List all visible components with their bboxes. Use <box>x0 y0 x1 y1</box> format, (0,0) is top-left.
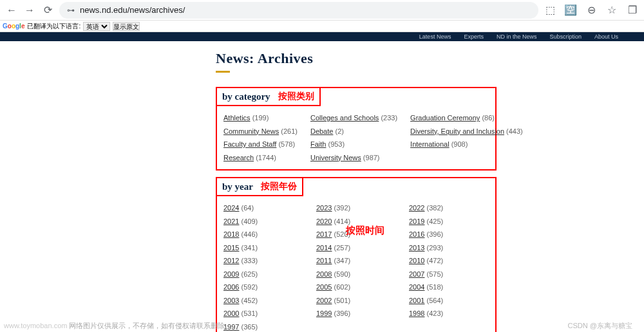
archive-link[interactable]: 2008 <box>316 270 332 278</box>
translate-prompt: 已翻译为以下语言: <box>27 22 80 31</box>
nav-link[interactable]: Experts <box>464 33 484 40</box>
archive-link[interactable]: Debate <box>310 127 333 135</box>
count: (452) <box>239 297 258 304</box>
archive-link[interactable]: 1999 <box>316 309 332 317</box>
category-annotation: 按照类别 <box>278 91 314 102</box>
count: (443) <box>504 127 523 135</box>
archive-link[interactable]: 2007 <box>409 270 424 278</box>
count: (446) <box>239 230 258 238</box>
archive-link[interactable]: Graduation Ceremony <box>410 114 480 122</box>
archive-link[interactable]: 2021 <box>223 217 239 225</box>
nav-link[interactable]: ND in the News <box>497 33 537 40</box>
archive-link[interactable]: 2000 <box>223 309 239 317</box>
archive-link[interactable]: 2022 <box>409 204 424 212</box>
list-item: 2000 (531) <box>223 308 303 319</box>
archive-link[interactable]: 2020 <box>316 217 332 225</box>
list-item: Research (1744) <box>223 152 298 163</box>
archive-link[interactable]: Athletics <box>223 114 251 122</box>
count: (261) <box>279 127 298 135</box>
address-bar[interactable]: ⊶ news.nd.edu/news/archives/ <box>59 2 538 19</box>
nav-link[interactable]: About Us <box>594 33 618 40</box>
count: (341) <box>239 244 258 252</box>
nav-link[interactable]: Latest News <box>419 33 451 40</box>
count: (347) <box>332 257 350 264</box>
list-item: 2011 (347) <box>316 255 396 266</box>
list-item: 2016 (396) <box>409 229 489 240</box>
page-content: News: Archives by category 按照类别 Athletic… <box>0 41 644 332</box>
archive-link[interactable]: 2009 <box>223 270 239 278</box>
list-item: 1999 (396) <box>316 308 396 319</box>
forward-button[interactable]: → <box>23 4 36 17</box>
archive-link[interactable]: 2013 <box>409 244 424 252</box>
category-section: by category 按照类别 Athletics (199)Colleges… <box>216 87 497 171</box>
list-item: 2001 (564) <box>409 295 489 306</box>
archive-link[interactable]: Faculty and Staff <box>223 140 276 148</box>
archive-link[interactable]: Colleges and Schools <box>310 114 379 122</box>
list-item <box>410 152 523 163</box>
list-item: 2007 (575) <box>409 269 489 280</box>
archive-link[interactable]: 2001 <box>409 297 424 304</box>
year-header: by year 按照年份 <box>217 178 303 196</box>
list-item: 2018 (446) <box>223 229 303 240</box>
list-item: 2023 (392) <box>316 203 396 214</box>
list-item: Athletics (199) <box>223 113 298 124</box>
archive-link[interactable]: 2024 <box>223 204 239 212</box>
list-item: 2008 (590) <box>316 269 396 280</box>
archive-link[interactable]: 2002 <box>316 297 332 304</box>
list-item: Faculty and Staff (578) <box>223 139 298 150</box>
translate-icon[interactable]: 🈳 <box>564 4 577 17</box>
archive-link[interactable]: 2012 <box>223 257 239 264</box>
archive-link[interactable]: 2023 <box>316 204 332 212</box>
count: (578) <box>276 140 295 148</box>
count: (396) <box>424 230 443 238</box>
list-item: 2005 (602) <box>316 282 396 293</box>
archive-link[interactable]: Faith <box>310 140 326 148</box>
archive-link[interactable]: 2003 <box>223 297 239 304</box>
nav-link[interactable]: Subscription <box>549 33 582 40</box>
extensions-icon[interactable]: ❐ <box>626 4 639 17</box>
list-item: 2003 (452) <box>223 295 303 306</box>
archive-link[interactable]: 2010 <box>409 257 424 264</box>
archive-link[interactable]: 2019 <box>409 217 424 225</box>
archive-link[interactable]: 2014 <box>316 244 332 252</box>
list-item: 2009 (625) <box>223 269 303 280</box>
archive-link[interactable]: 2011 <box>316 257 332 264</box>
archive-link[interactable]: Community News <box>223 127 279 135</box>
site-info-icon[interactable]: ⊶ <box>67 6 75 15</box>
count: (575) <box>424 270 443 278</box>
archive-link[interactable]: 2018 <box>223 230 239 238</box>
language-select[interactable]: 英语 <box>83 22 110 31</box>
list-item: University News (987) <box>310 152 397 163</box>
list-item <box>316 322 396 333</box>
count: (2) <box>333 127 344 135</box>
archive-link[interactable]: 2004 <box>409 283 424 291</box>
list-item: 2021 (409) <box>223 216 303 227</box>
back-button[interactable]: ← <box>5 4 18 17</box>
archive-link[interactable]: 2006 <box>223 283 239 291</box>
list-item <box>409 322 489 333</box>
archive-link[interactable]: Diversity, Equity and Inclusion <box>410 127 504 135</box>
count: (199) <box>251 114 269 122</box>
list-item: Community News (261) <box>223 126 298 137</box>
archive-link[interactable]: 2015 <box>223 244 239 252</box>
archive-link[interactable]: 2017 <box>316 230 332 238</box>
count: (518) <box>424 283 443 291</box>
count: (908) <box>450 140 468 148</box>
archive-link[interactable]: 1998 <box>409 309 424 317</box>
archive-link[interactable]: International <box>410 140 450 148</box>
time-annotation: 按照时间 <box>346 225 384 237</box>
category-title: by category <box>222 91 270 102</box>
reload-button[interactable]: ⟳ <box>41 4 54 17</box>
list-item: Faith (953) <box>310 139 397 150</box>
show-original-button[interactable]: 显示原文 <box>113 22 140 31</box>
install-icon[interactable]: ⬚ <box>544 4 556 17</box>
archive-link[interactable]: Research <box>223 154 254 161</box>
watermark-right: CSDN @东离与糖宝 <box>568 321 632 331</box>
category-header: by category 按照类别 <box>217 88 321 106</box>
archive-link[interactable]: 2005 <box>316 283 332 291</box>
archive-link[interactable]: University News <box>310 154 361 161</box>
count: (365) <box>239 323 258 331</box>
bookmark-icon[interactable]: ☆ <box>605 4 618 17</box>
archive-link[interactable]: 2016 <box>409 230 424 238</box>
zoom-icon[interactable]: ⊖ <box>585 4 598 17</box>
